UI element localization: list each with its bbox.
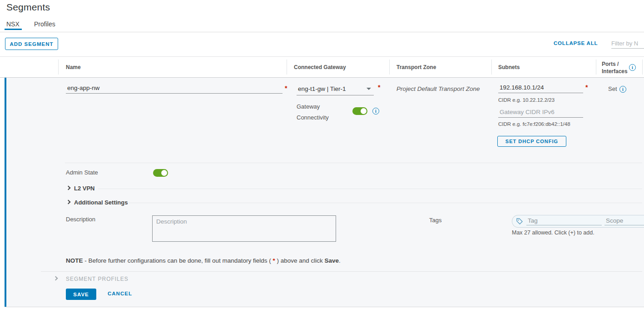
description-textarea[interactable] bbox=[152, 215, 336, 242]
tag-scope-pill bbox=[512, 215, 644, 228]
tags-helper-text: Max 27 allowed. Click (+) to add. bbox=[512, 229, 594, 236]
header-divider bbox=[0, 32, 644, 32]
subnet-ipv6-helper: CIDR e.g. fc7e:f206:db42::1/48 bbox=[498, 121, 570, 127]
gateway-connectivity-toggle[interactable] bbox=[352, 107, 367, 115]
row-bottom-border bbox=[5, 307, 644, 307]
ports-interfaces-info-icon[interactable]: i bbox=[629, 64, 636, 71]
header-column-divider bbox=[596, 60, 596, 75]
note-mid: ) above and click bbox=[275, 257, 325, 264]
column-header-subnets: Subnets bbox=[498, 64, 520, 70]
section-divider bbox=[65, 163, 642, 163]
note-text: NOTE - Before further configurations can… bbox=[66, 257, 341, 264]
header-column-divider bbox=[287, 60, 287, 75]
segment-name-input[interactable] bbox=[66, 85, 282, 94]
note-save-word: Save bbox=[325, 257, 339, 264]
required-asterisk: * bbox=[585, 84, 588, 91]
page-title: Segments bbox=[6, 2, 50, 13]
tags-label: Tags bbox=[429, 217, 441, 224]
gateway-connectivity-label-line1: Gateway bbox=[297, 101, 329, 112]
set-dhcp-config-button[interactable]: SET DHCP CONFIG bbox=[497, 136, 566, 147]
note-end: . bbox=[339, 257, 341, 264]
l2vpn-divider bbox=[98, 189, 642, 189]
chevron-down-icon bbox=[367, 88, 371, 90]
admin-state-toggle[interactable] bbox=[153, 169, 168, 177]
scope-input[interactable] bbox=[604, 217, 644, 225]
tag-input[interactable] bbox=[526, 217, 602, 225]
connected-gateway-select[interactable]: eng-t1-gw | Tier-1 bbox=[297, 85, 374, 95]
tab-nsx[interactable]: NSX bbox=[6, 20, 20, 28]
column-header-ports-line1: Ports / bbox=[602, 61, 619, 67]
cancel-button[interactable]: CANCEL bbox=[108, 291, 132, 296]
subnet-ipv6-input[interactable] bbox=[498, 109, 583, 118]
header-column-divider bbox=[491, 60, 492, 75]
gateway-connectivity-info-icon[interactable]: i bbox=[372, 108, 379, 115]
ports-set-info-icon[interactable]: i bbox=[619, 86, 626, 93]
row-selected-bar bbox=[5, 78, 6, 307]
column-header-transport-zone: Transport Zone bbox=[396, 64, 436, 70]
transport-zone-value: Project Default Transport Zone bbox=[396, 85, 480, 92]
active-tab-underline bbox=[5, 29, 22, 30]
gateway-connectivity-label: Gateway Connectivity bbox=[297, 101, 329, 123]
collapse-all-link[interactable]: COLLAPSE ALL bbox=[554, 40, 598, 46]
table-top-border bbox=[0, 56, 644, 57]
admin-state-label: Admin State bbox=[66, 169, 98, 176]
segment-profiles-divider bbox=[41, 271, 642, 272]
save-button[interactable]: SAVE bbox=[66, 289, 96, 300]
header-column-divider bbox=[389, 60, 390, 75]
filter-input[interactable] bbox=[611, 39, 644, 49]
tab-profiles[interactable]: Profiles bbox=[34, 20, 55, 28]
subnet-ipv4-input[interactable] bbox=[498, 84, 583, 93]
column-header-name: Name bbox=[66, 64, 81, 70]
note-body: - Before further configurations can be d… bbox=[83, 257, 273, 264]
column-header-ports-line2: Interfaces bbox=[602, 68, 628, 75]
additional-settings-section-label[interactable]: Additional Settings bbox=[74, 199, 128, 206]
subnet-ipv4-helper: CIDR e.g. 10.22.12.2/23 bbox=[498, 97, 555, 103]
add-segment-button[interactable]: ADD SEGMENT bbox=[5, 38, 58, 50]
tag-icon bbox=[516, 218, 523, 225]
gateway-connectivity-label-line2: Connectivity bbox=[297, 112, 329, 123]
header-column-divider bbox=[58, 60, 59, 75]
l2vpn-section-label[interactable]: L2 VPN bbox=[74, 185, 95, 192]
description-label: Description bbox=[66, 216, 95, 223]
required-asterisk: * bbox=[285, 85, 287, 92]
connected-gateway-value: eng-t1-gw | Tier-1 bbox=[298, 85, 346, 92]
column-header-connected-gateway: Connected Gateway bbox=[294, 64, 346, 70]
required-asterisk: * bbox=[378, 84, 380, 91]
nsx-segments-screen: Segments NSX Profiles ADD SEGMENT COLLAP… bbox=[0, 0, 644, 309]
additional-settings-divider bbox=[129, 203, 642, 203]
segment-profiles-label: SEGMENT PROFILES bbox=[66, 276, 129, 282]
note-prefix: NOTE bbox=[66, 257, 83, 264]
ports-interfaces-set-link[interactable]: Set bbox=[608, 85, 617, 92]
header-column-divider bbox=[642, 60, 643, 75]
